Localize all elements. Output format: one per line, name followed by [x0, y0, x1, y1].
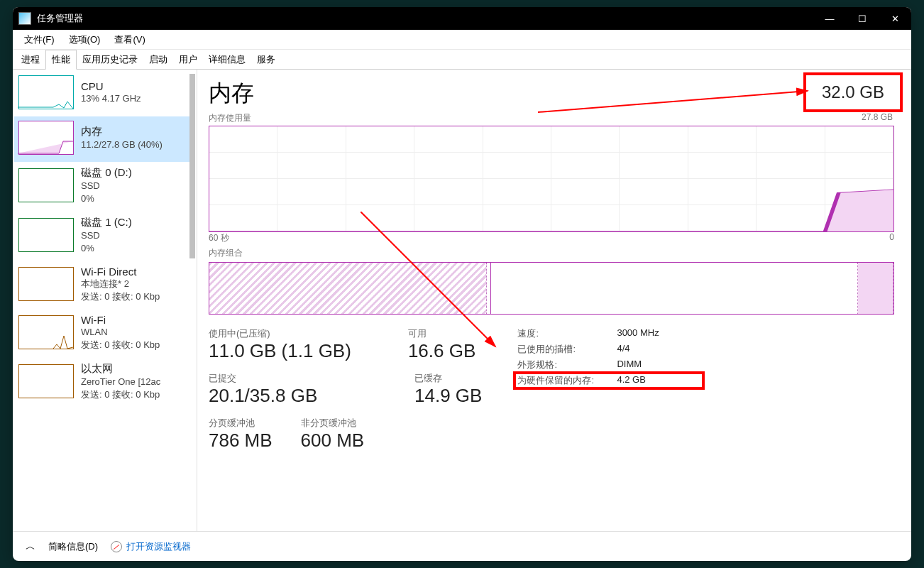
menu-options[interactable]: 选项(O)	[62, 31, 108, 48]
menubar: 文件(F) 选项(O) 查看(V)	[13, 30, 911, 50]
stat-nonpaged-label: 非分页缓冲池	[301, 417, 365, 430]
sidebar-item-disk1[interactable]: 磁盘 1 (C:)SSD 0%	[14, 212, 195, 261]
stat-inuse-value: 11.0 GB (1.1 GB)	[209, 340, 351, 362]
svg-marker-0	[209, 190, 893, 231]
annotation-box-total	[803, 72, 903, 112]
close-button[interactable]: ✕	[879, 7, 911, 30]
stat-avail-value: 16.6 GB	[408, 340, 475, 362]
chevron-up-icon[interactable]: ︿	[26, 540, 35, 553]
stat-paged-value: 786 MB	[209, 430, 273, 452]
minimize-button[interactable]: —	[813, 7, 846, 30]
stat-inuse-label: 使用中(已压缩)	[209, 327, 351, 340]
usage-graph-label: 内存使用量	[209, 112, 894, 124]
footer: ︿ 简略信息(D) 打开资源监视器	[13, 531, 911, 561]
disk1-minigraph	[18, 218, 74, 252]
wifidirect-minigraph	[18, 267, 74, 301]
app-icon	[18, 12, 31, 25]
tab-performance[interactable]: 性能	[45, 50, 77, 70]
sidebar[interactable]: CPU13% 4.17 GHz 内存11.2/27.8 GB (40%) 磁盘 …	[13, 70, 197, 531]
wifi-minigraph	[18, 315, 74, 349]
tab-details[interactable]: 详细信息	[203, 50, 251, 69]
stat-cache-value: 14.9 GB	[414, 385, 482, 407]
tab-history[interactable]: 应用历史记录	[77, 50, 143, 69]
window-title: 任务管理器	[37, 12, 813, 25]
tabbar: 进程 性能 应用历史记录 启动 用户 详细信息 服务	[13, 50, 911, 70]
tab-users[interactable]: 用户	[173, 50, 203, 69]
axis-left: 60 秒	[209, 232, 229, 244]
tab-services[interactable]: 服务	[251, 50, 281, 69]
disk0-minigraph	[18, 168, 74, 202]
memory-usage-graph[interactable]	[209, 126, 894, 232]
info-slots: 4/4	[617, 343, 629, 356]
stat-nonpaged-value: 600 MB	[301, 430, 365, 452]
sidebar-item-wifidirect[interactable]: Wi-Fi Direct本地连接* 2 发送: 0 接收: 0 Kbp	[14, 261, 195, 310]
info-speed: 3000 MHz	[617, 327, 659, 340]
stat-paged-label: 分页缓冲池	[209, 417, 273, 430]
stat-cache-label: 已缓存	[414, 372, 482, 385]
sidebar-item-cpu[interactable]: CPU13% 4.17 GHz	[14, 71, 195, 116]
memory-composition-graph[interactable]	[209, 262, 894, 315]
stat-commit-value: 20.1/35.8 GB	[209, 385, 358, 407]
maximize-button[interactable]: ☐	[846, 7, 879, 30]
eth-minigraph	[18, 364, 74, 398]
stat-avail-label: 可用	[408, 327, 475, 340]
tab-startup[interactable]: 启动	[143, 50, 173, 69]
stat-commit-label: 已提交	[209, 372, 358, 385]
usage-graph-max: 27.8 GB	[862, 112, 893, 122]
info-form: DIMM	[617, 359, 642, 371]
tab-processes[interactable]: 进程	[16, 50, 45, 69]
open-resmon-link[interactable]: 打开资源监视器	[111, 540, 191, 553]
memory-info: 速度:3000 MHz 已使用的插槽:4/4 外形规格:DIMM 为硬件保留的内…	[517, 327, 659, 390]
axis-right: 0	[889, 232, 894, 244]
menu-view[interactable]: 查看(V)	[107, 31, 152, 48]
composition-label: 内存组合	[209, 247, 894, 259]
sidebar-item-disk0[interactable]: 磁盘 0 (D:)SSD 0%	[14, 162, 195, 212]
scrollbar[interactable]	[189, 74, 197, 145]
titlebar[interactable]: 任务管理器 — ☐ ✕	[13, 7, 911, 30]
cpu-minigraph	[18, 75, 74, 109]
main-panel: 内存 32.0 GB 内存使用量 27.8 GB 60 秒0 内存组合	[197, 70, 911, 531]
resmon-icon	[111, 541, 122, 552]
annotation-box-reserved	[513, 371, 705, 390]
less-details-button[interactable]: 简略信息(D)	[48, 540, 98, 553]
page-title: 内存	[209, 78, 254, 109]
sidebar-item-memory[interactable]: 内存11.2/27.8 GB (40%)	[14, 116, 195, 162]
sidebar-item-ethernet[interactable]: 以太网ZeroTier One [12ac 发送: 0 接收: 0 Kbp	[14, 358, 195, 408]
task-manager-window: 任务管理器 — ☐ ✕ 文件(F) 选项(O) 查看(V) 进程 性能 应用历史…	[13, 7, 911, 561]
menu-file[interactable]: 文件(F)	[17, 31, 62, 48]
sidebar-item-wifi[interactable]: Wi-FiWLAN 发送: 0 接收: 0 Kbp	[14, 310, 195, 358]
memory-minigraph	[18, 121, 74, 155]
